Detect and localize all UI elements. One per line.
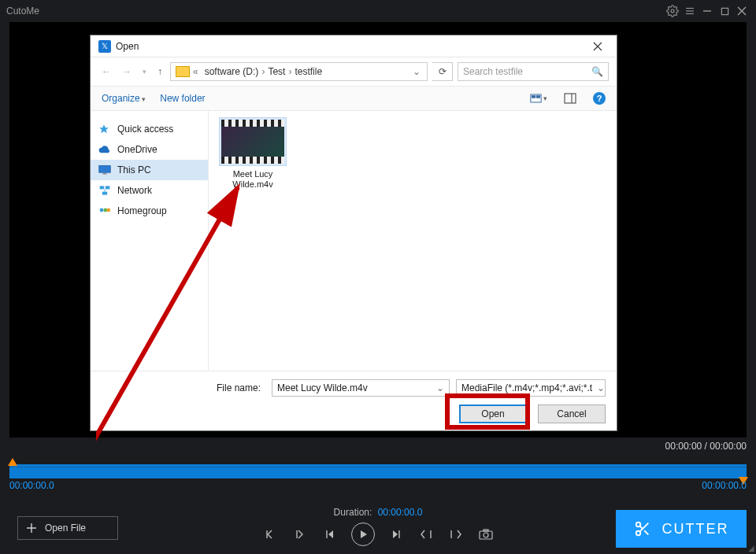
svg-point-22 — [636, 523, 640, 527]
svg-point-43 — [106, 209, 110, 212]
svg-point-20 — [484, 533, 488, 537]
svg-rect-39 — [102, 192, 107, 195]
time-readout: 00:00:00 / 00:00:00 — [665, 441, 747, 452]
timeline-end-label: 00:00:00.0 — [702, 480, 747, 491]
app-titlebar: CutoMe — [0, 0, 756, 22]
cancel-button[interactable]: Cancel — [538, 404, 606, 423]
timeline-start-marker[interactable] — [8, 458, 17, 466]
svg-rect-37 — [100, 186, 105, 189]
scissors-icon — [634, 520, 651, 537]
sidebar-item-onedrive[interactable]: OneDrive — [91, 139, 208, 160]
dialog-titlebar: 𝕏 Open — [91, 35, 617, 57]
mark-in-icon[interactable] — [261, 526, 279, 543]
nav-up-icon[interactable]: ↑ — [154, 65, 165, 79]
monitor-icon — [98, 164, 111, 175]
app-window: CutoMe 00:00:00 / 00:00:00 00:00:00.0 00… — [0, 0, 756, 554]
chevron-down-icon[interactable]: ⌄ — [436, 382, 444, 393]
svg-rect-30 — [532, 96, 536, 98]
filename-input[interactable]: Meet Lucy Wilde.m4v ⌄ — [272, 379, 450, 397]
svg-rect-5 — [721, 8, 728, 14]
svg-marker-15 — [393, 530, 398, 538]
svg-rect-35 — [99, 165, 110, 172]
svg-point-23 — [636, 531, 640, 536]
breadcrumb-seg-2[interactable]: Test — [265, 66, 288, 77]
timeline[interactable]: 00:00:00.0 00:00:00.0 — [9, 464, 747, 478]
svg-rect-21 — [484, 530, 488, 531]
svg-marker-13 — [328, 530, 333, 538]
organize-button[interactable]: Organize — [102, 93, 146, 104]
mark-out-icon[interactable] — [291, 526, 309, 543]
settings-icon[interactable] — [665, 3, 680, 19]
refresh-icon[interactable]: ⟳ — [432, 62, 453, 81]
nav-back-icon[interactable]: ← — [98, 65, 114, 79]
sidebar-item-this-pc[interactable]: This PC — [91, 160, 208, 180]
new-folder-button[interactable]: New folder — [160, 93, 205, 104]
play-button[interactable] — [351, 523, 375, 546]
preview-pane-icon[interactable] — [561, 90, 579, 106]
transport-controls — [261, 523, 495, 546]
next-frame-icon[interactable] — [387, 526, 405, 543]
duration-label: Duration: 00:00:00.0 — [334, 507, 423, 518]
svg-point-41 — [100, 209, 104, 212]
file-item[interactable]: Meet Lucy Wilde.m4v — [215, 117, 291, 190]
minimize-icon[interactable] — [699, 3, 715, 19]
breadcrumb-seg-1[interactable]: software (D:) — [202, 66, 262, 77]
svg-rect-36 — [103, 173, 107, 175]
file-open-dialog: 𝕏 Open ← → ▾ ↑ « software (D:)› Test› te… — [90, 35, 617, 431]
nav-recent-icon[interactable]: ▾ — [139, 66, 150, 77]
open-file-label: Open File — [45, 523, 86, 534]
breadcrumb[interactable]: « software (D:)› Test› testfile ⌄ — [170, 62, 428, 81]
chevron-down-icon[interactable]: ⌄ — [597, 382, 605, 393]
dialog-close-icon[interactable] — [587, 38, 609, 55]
view-mode-icon[interactable]: ▾ — [530, 90, 547, 106]
dialog-body: Quick access OneDrive This PC Network Ho… — [91, 111, 617, 371]
svg-line-25 — [644, 530, 648, 534]
bottom-bar: Open File Duration: 00:00:00.0 CUTTER — [0, 505, 756, 554]
dialog-nav: ← → ▾ ↑ « software (D:)› Test› testfile … — [91, 57, 617, 86]
search-input[interactable]: Search testfile 🔍 — [458, 62, 609, 81]
total-time: 00:00:00 — [710, 441, 747, 452]
cutter-button[interactable]: CUTTER — [616, 510, 747, 548]
svg-line-26 — [639, 526, 643, 529]
sidebar-item-quick-access[interactable]: Quick access — [91, 119, 208, 139]
step-bracket2-icon[interactable] — [447, 526, 465, 543]
open-file-button[interactable]: Open File — [17, 516, 118, 540]
open-button[interactable]: Open — [459, 404, 527, 423]
cloud-icon — [98, 144, 111, 155]
sidebar-item-network[interactable]: Network — [91, 180, 208, 201]
dialog-title: Open — [116, 41, 139, 52]
homegroup-icon — [98, 205, 111, 216]
prev-frame-icon[interactable] — [321, 526, 339, 543]
help-icon[interactable]: ? — [593, 92, 606, 105]
svg-point-0 — [671, 9, 674, 13]
sidebar-item-homegroup[interactable]: Homegroup — [91, 201, 208, 221]
dialog-footer: File name: Meet Lucy Wilde.m4v ⌄ MediaFi… — [91, 371, 617, 434]
network-icon — [98, 185, 111, 196]
step-bracket-icon[interactable] — [417, 526, 435, 543]
maximize-icon[interactable] — [717, 3, 732, 19]
svg-rect-31 — [536, 96, 539, 98]
svg-marker-14 — [361, 530, 367, 538]
dialog-toolbar: Organize New folder ▾ ? — [91, 86, 617, 111]
timeline-track[interactable] — [9, 464, 747, 478]
svg-rect-32 — [565, 94, 576, 103]
video-thumbnail — [219, 117, 287, 166]
app-title: CutoMe — [6, 6, 39, 17]
folder-icon — [176, 66, 190, 77]
plus-icon — [26, 523, 37, 534]
search-placeholder: Search testfile — [463, 66, 523, 77]
current-time: 00:00:00 — [665, 441, 702, 452]
dialog-sidebar: Quick access OneDrive This PC Network Ho… — [91, 111, 209, 371]
search-icon: 🔍 — [591, 66, 603, 77]
breadcrumb-dropdown-icon[interactable]: ⌄ — [408, 66, 425, 77]
file-type-select[interactable]: MediaFile (*.m4v;*.mp4;*.avi;*.t ⌄ — [456, 379, 606, 397]
breadcrumb-seg-3[interactable]: testfile — [291, 66, 325, 77]
nav-forward-icon[interactable]: → — [119, 65, 135, 79]
timeline-start-label: 00:00:00.0 — [9, 480, 54, 491]
close-icon[interactable] — [734, 3, 750, 19]
star-icon — [98, 124, 111, 135]
filename-label: File name: — [102, 382, 265, 393]
snapshot-icon[interactable] — [477, 526, 495, 543]
file-list[interactable]: Meet Lucy Wilde.m4v — [209, 111, 617, 371]
menu-icon[interactable] — [682, 3, 698, 19]
